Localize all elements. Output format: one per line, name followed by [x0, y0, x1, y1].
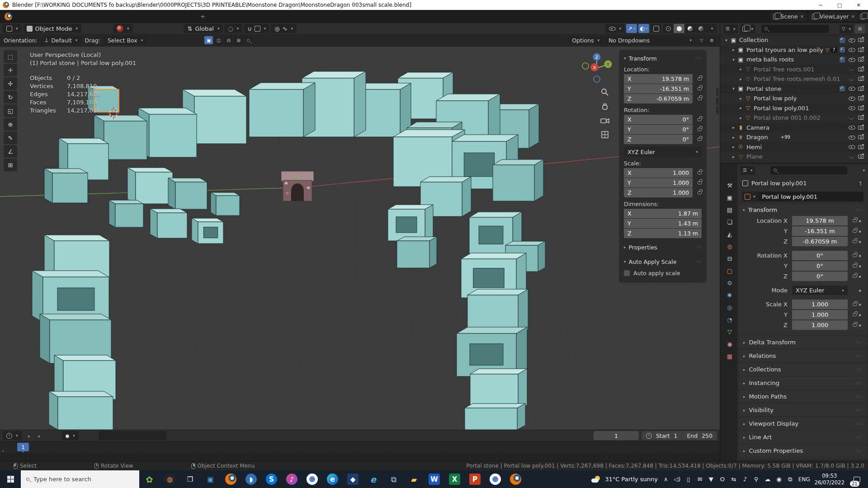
- outliner-row[interactable]: ▾ meta balls roots: [720, 55, 868, 65]
- value-field[interactable]: 0°: [792, 251, 848, 260]
- toolbar-tool-button[interactable]: ◱: [4, 104, 17, 117]
- settings-gear-button[interactable]: ⚙: [708, 36, 716, 44]
- keyframe-dot-icon[interactable]: [857, 240, 863, 243]
- shading-wireframe-button[interactable]: [663, 24, 674, 33]
- taskbar-clock[interactable]: 09:5326/07/2022: [815, 473, 844, 486]
- hide-eye-toggle[interactable]: [849, 76, 854, 80]
- taskbar-app-button[interactable]: ◍: [160, 470, 180, 488]
- lock-icon[interactable]: [853, 240, 857, 243]
- location-field[interactable]: X19.578 m: [624, 74, 693, 84]
- properties-tab[interactable]: ◉: [722, 338, 737, 350]
- value-field[interactable]: -16.351 m: [792, 226, 848, 236]
- object-name-label[interactable]: Portal low poly: [754, 95, 797, 102]
- transport-button[interactable]: [99, 431, 110, 440]
- timeline-editor-selector[interactable]: [3, 431, 22, 440]
- properties-tab[interactable]: ◎: [722, 301, 737, 314]
- workspace-tab[interactable]: [66, 10, 78, 23]
- properties-tab[interactable]: ▢: [722, 265, 737, 277]
- expander-icon[interactable]: ▸: [737, 96, 744, 101]
- expander-icon[interactable]: ▸: [730, 125, 737, 130]
- taskbar-app-button[interactable]: e: [322, 470, 343, 488]
- outliner-row[interactable]: ▸ Plane: [720, 152, 868, 162]
- collapsed-panel[interactable]: ▸Delta Transform∷∷: [739, 336, 867, 348]
- expander-icon[interactable]: ▾: [730, 86, 737, 91]
- workspace-tab[interactable]: [113, 10, 125, 23]
- lock-icon[interactable]: [853, 230, 857, 233]
- xray-toggle[interactable]: [651, 24, 661, 33]
- hide-eye-toggle[interactable]: [849, 95, 855, 102]
- transport-button[interactable]: [132, 431, 144, 440]
- properties-tab[interactable]: ⚒: [722, 179, 737, 192]
- hide-eye-toggle[interactable]: [849, 115, 854, 119]
- hide-eye-toggle[interactable]: [849, 47, 855, 53]
- taskbar-app-button[interactable]: ◆: [343, 470, 363, 488]
- auto-keying-toggle[interactable]: ●: [62, 431, 79, 440]
- render-camera-toggle[interactable]: [858, 116, 864, 120]
- lock-icon[interactable]: [853, 254, 857, 257]
- select-mode-new-button[interactable]: ▣: [204, 36, 213, 44]
- toolbar-tool-button[interactable]: ⊕: [4, 118, 17, 131]
- taskbar-app-button[interactable]: ❐: [180, 470, 200, 488]
- collapsed-panel[interactable]: ▸Visibility∷∷: [739, 404, 867, 416]
- keyframe-dot-icon[interactable]: [857, 313, 863, 316]
- expander-icon[interactable]: ▾: [730, 57, 737, 62]
- no-dropdowns-select[interactable]: No Dropdowns: [605, 36, 695, 45]
- taskbar-app-button[interactable]: W: [424, 470, 444, 488]
- tray-icon[interactable]: ⇆: [730, 476, 737, 483]
- outliner-row[interactable]: ▸ Dragon +99: [720, 132, 868, 142]
- zoom-icon[interactable]: [601, 88, 609, 96]
- gizmos-toggle[interactable]: ↗: [626, 24, 637, 33]
- dimension-field[interactable]: Y1.43 m: [624, 219, 702, 228]
- hide-eye-toggle[interactable]: [849, 124, 855, 131]
- weather-widget[interactable]: 31°C Partly sunny: [591, 476, 658, 483]
- 3d-viewport[interactable]: User Perspective (Local) (1) Portal ston…: [0, 47, 720, 430]
- properties-tab[interactable]: ▩: [722, 350, 737, 362]
- toolbar-tool-button[interactable]: ∠: [4, 145, 17, 158]
- render-camera-toggle[interactable]: [858, 155, 864, 159]
- toolbar-tool-button[interactable]: ⬚: [4, 50, 17, 63]
- hide-eye-toggle[interactable]: [849, 105, 855, 111]
- tray-icon[interactable]: ▼: [708, 476, 715, 483]
- keyframe-dot-icon[interactable]: [857, 230, 863, 233]
- lock-icon[interactable]: [698, 87, 702, 90]
- value-field[interactable]: 1.000: [792, 300, 848, 309]
- expander-icon[interactable]: ▸: [737, 67, 744, 71]
- object-name-label[interactable]: Portal stone: [746, 85, 782, 92]
- workspace-tab[interactable]: [172, 10, 184, 23]
- lock-icon[interactable]: [853, 264, 857, 267]
- visibility-dropdown[interactable]: [605, 24, 625, 33]
- exclude-checkbox[interactable]: [840, 86, 845, 91]
- viewport-menu-item[interactable]: [97, 25, 104, 32]
- toolbar-tool-button[interactable]: ✢: [4, 77, 17, 90]
- navigation-gizmo[interactable]: Z Y X: [580, 52, 613, 84]
- render-camera-toggle[interactable]: [858, 106, 864, 110]
- lock-icon[interactable]: [698, 191, 702, 194]
- menu-item[interactable]: [48, 11, 57, 22]
- render-camera-toggle[interactable]: [858, 87, 864, 91]
- object-name-label[interactable]: Collection: [739, 37, 768, 43]
- exclude-checkbox[interactable]: [840, 47, 845, 52]
- properties-options-dropdown[interactable]: ▾: [863, 168, 865, 173]
- timeline-menu-dropdown[interactable]: [24, 432, 34, 439]
- outliner-row[interactable]: ▸ Portal low poly: [720, 94, 868, 103]
- tray-icon[interactable]: ▯: [685, 476, 692, 483]
- workspace-tab[interactable]: [160, 10, 172, 23]
- workspace-tab[interactable]: [137, 10, 149, 23]
- tray-icon[interactable]: ◁): [674, 476, 681, 483]
- location-field[interactable]: Z-0.67059 m: [624, 94, 693, 103]
- lock-icon[interactable]: [698, 77, 702, 80]
- viewport-menu-item[interactable]: [104, 25, 112, 32]
- object-name-label[interactable]: Camera: [746, 124, 769, 131]
- object-name-label[interactable]: Portal Tree roots.001: [754, 66, 814, 73]
- lock-icon[interactable]: [853, 219, 857, 222]
- outliner-filter-dropdown[interactable]: ▽: [840, 24, 853, 33]
- object-name-label[interactable]: Portal low poly.001: [754, 105, 809, 112]
- taskbar-app-button[interactable]: S: [261, 470, 282, 488]
- collapsed-panel[interactable]: ▸Line Art∷∷: [739, 431, 867, 443]
- viewport-menu-item[interactable]: [90, 25, 97, 32]
- tray-icon[interactable]: ✉: [696, 476, 703, 483]
- mode-selector[interactable]: Object Mode: [23, 24, 81, 33]
- properties-tab[interactable]: ⚙: [722, 277, 737, 289]
- outliner-display-mode[interactable]: [740, 24, 756, 33]
- properties-tab[interactable]: ◭: [722, 228, 737, 240]
